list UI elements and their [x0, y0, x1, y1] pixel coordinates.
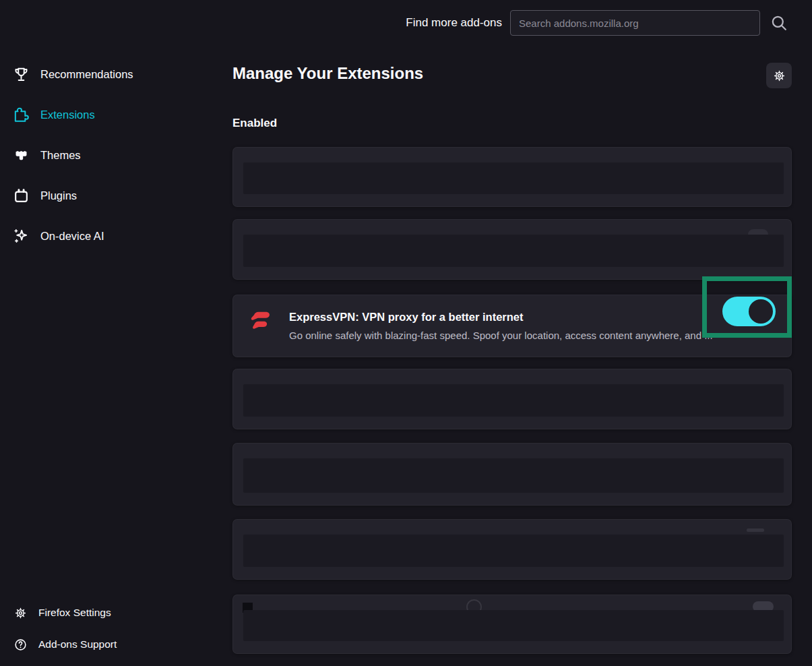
sidebar-item-label: Plugins — [40, 189, 77, 202]
search-submit-button[interactable] — [769, 13, 790, 34]
toggle-remnant — [747, 528, 764, 532]
trophy-icon — [12, 65, 30, 84]
extension-card-redacted[interactable] — [232, 443, 792, 506]
sidebar-item-label: Add-ons Support — [38, 638, 117, 650]
sidebar-item-label: Extensions — [40, 109, 95, 121]
expressvpn-logo-icon — [247, 305, 275, 337]
redacted-content-overlay — [243, 458, 784, 493]
sidebar-item-addons-support[interactable]: Add-ons Support — [13, 631, 216, 658]
sidebar-item-themes[interactable]: Themes — [12, 140, 218, 170]
paintbrush-icon — [12, 146, 30, 164]
puzzle-piece-icon — [12, 106, 30, 124]
extension-card-redacted[interactable] — [232, 595, 792, 654]
page-title: Manage Your Extensions — [232, 64, 423, 83]
extension-name-link[interactable]: ExpressVPN: VPN proxy for a better inter… — [289, 311, 524, 324]
addons-manager-page: Find more add-ons Recommendations — [0, 0, 812, 666]
extension-description: Go online safely with blazing-fast speed… — [289, 330, 774, 341]
toggle-knob — [749, 299, 773, 324]
extension-card-redacted[interactable] — [232, 369, 792, 429]
extension-card-list: ExpressVPN: VPN proxy for a better inter… — [232, 147, 792, 654]
sidebar-item-extensions[interactable]: Extensions — [12, 100, 218, 129]
page-options-button[interactable] — [766, 63, 792, 88]
redacted-content-overlay — [243, 162, 784, 194]
sidebar-item-firefox-settings[interactable]: Firefox Settings — [13, 599, 216, 626]
extension-card-redacted[interactable] — [232, 147, 792, 207]
gear-icon — [13, 606, 28, 620]
extension-card-redacted[interactable] — [232, 219, 792, 280]
find-more-addons-label: Find more add-ons — [406, 16, 502, 30]
sidebar-item-label: Firefox Settings — [38, 607, 111, 619]
extension-enable-toggle[interactable] — [722, 297, 776, 326]
sidebar-item-label: Recommendations — [40, 68, 133, 81]
redacted-content-overlay — [243, 384, 784, 417]
redacted-content-overlay — [243, 610, 784, 641]
sidebar-item-label: Themes — [40, 149, 81, 162]
section-heading-enabled: Enabled — [232, 117, 277, 130]
help-circle-icon — [13, 638, 28, 652]
sidebar-item-on-device-ai[interactable]: On-device AI — [12, 221, 218, 251]
sidebar-item-recommendations[interactable]: Recommendations — [12, 59, 218, 89]
extension-card-redacted[interactable] — [232, 519, 792, 580]
gear-icon — [772, 69, 786, 83]
sidebar-item-plugins[interactable]: Plugins — [12, 181, 218, 210]
redacted-content-overlay — [243, 535, 784, 567]
addons-search-input[interactable] — [510, 10, 760, 36]
redacted-content-overlay — [243, 235, 784, 267]
extension-card-expressvpn[interactable]: ExpressVPN: VPN proxy for a better inter… — [232, 295, 792, 357]
plug-icon — [12, 187, 30, 205]
sidebar-item-label: On-device AI — [40, 230, 104, 243]
sparkles-icon — [12, 227, 30, 245]
search-icon — [769, 13, 790, 34]
